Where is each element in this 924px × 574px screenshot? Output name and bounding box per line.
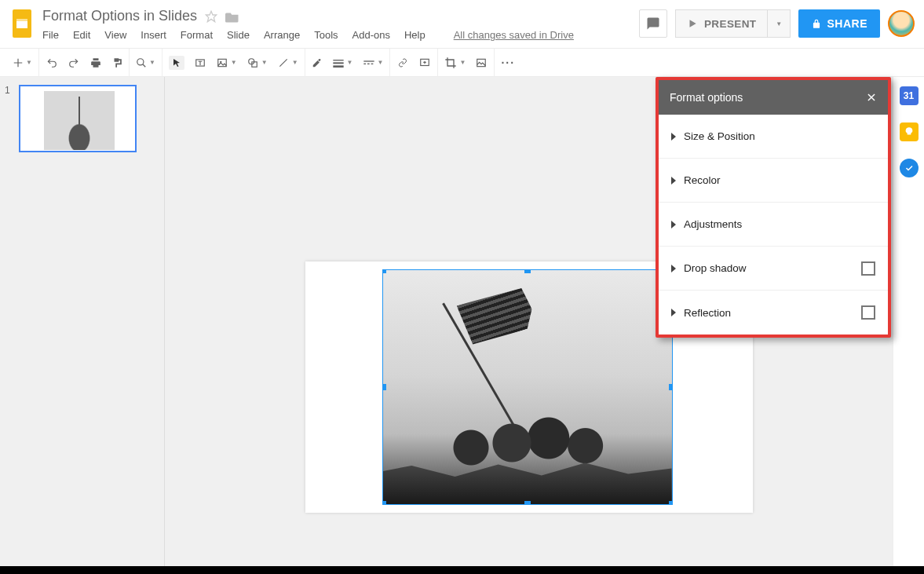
paint-format-button[interactable] bbox=[111, 57, 122, 69]
present-label: PRESENT bbox=[704, 18, 757, 30]
zoom-button[interactable]: ▼ bbox=[136, 57, 155, 68]
thumbnail-preview-icon bbox=[44, 91, 115, 150]
expand-icon bbox=[671, 177, 676, 185]
toolbar: ▼ ▼ bbox=[0, 49, 924, 77]
menu-arrange[interactable]: Arrange bbox=[264, 29, 300, 41]
slide-thumb-1[interactable]: 1 bbox=[5, 85, 159, 152]
menu-edit[interactable]: Edit bbox=[73, 29, 90, 41]
flag-shape bbox=[456, 283, 537, 347]
share-label: SHARE bbox=[827, 17, 867, 30]
svg-rect-2 bbox=[16, 19, 27, 21]
share-button[interactable]: SHARE bbox=[798, 9, 880, 38]
panel-label: Recolor bbox=[684, 174, 721, 186]
undo-button[interactable] bbox=[46, 57, 58, 68]
close-icon[interactable] bbox=[866, 92, 877, 103]
line-tool[interactable]: ▼ bbox=[277, 57, 298, 68]
panel-item-size-position[interactable]: Size & Position bbox=[659, 115, 888, 159]
svg-rect-11 bbox=[252, 61, 257, 66]
app-root: Format Options in Slides File Edit View … bbox=[0, 0, 924, 566]
panel-label: Adjustments bbox=[684, 218, 742, 230]
crop-button[interactable]: ▼ bbox=[444, 57, 466, 69]
more-button[interactable]: ··· bbox=[501, 57, 515, 69]
redo-button[interactable] bbox=[68, 57, 80, 68]
svg-rect-19 bbox=[371, 63, 373, 64]
present-button-group: PRESENT ▼ bbox=[675, 9, 791, 38]
expand-icon bbox=[671, 221, 676, 229]
handle-w[interactable] bbox=[382, 384, 386, 390]
filmstrip: 1 bbox=[0, 77, 165, 566]
panel-label: Drop shadow bbox=[684, 262, 747, 274]
border-weight-button[interactable]: ▼ bbox=[332, 58, 353, 68]
menu-slide[interactable]: Slide bbox=[227, 29, 250, 41]
menu-tools[interactable]: Tools bbox=[314, 29, 338, 41]
reset-image-button[interactable] bbox=[475, 57, 488, 68]
new-slide-button[interactable]: ▼ bbox=[13, 57, 32, 68]
title-area: Format Options in Slides File Edit View … bbox=[42, 5, 574, 41]
menu-view[interactable]: View bbox=[104, 29, 126, 41]
folder-icon[interactable] bbox=[225, 10, 239, 23]
panel-label: Reflection bbox=[684, 307, 731, 319]
shape-tool[interactable]: ▼ bbox=[247, 57, 268, 68]
panel-item-drop-shadow[interactable]: Drop shadow bbox=[659, 247, 888, 291]
add-comment-button[interactable] bbox=[418, 57, 431, 68]
border-dash-button[interactable]: ▼ bbox=[363, 59, 384, 67]
tasks-icon[interactable] bbox=[900, 159, 919, 177]
print-button[interactable] bbox=[89, 57, 102, 68]
panel-item-recolor[interactable]: Recolor bbox=[659, 159, 888, 203]
handle-n[interactable] bbox=[524, 269, 531, 273]
textbox-tool[interactable] bbox=[194, 57, 206, 68]
menubar: File Edit View Insert Format Slide Arran… bbox=[42, 29, 574, 41]
expand-icon bbox=[671, 133, 676, 141]
panel-item-reflection[interactable]: Reflection bbox=[659, 291, 888, 335]
border-color-button[interactable] bbox=[312, 57, 323, 69]
svg-rect-16 bbox=[363, 60, 374, 61]
menu-addons[interactable]: Add-ons bbox=[352, 29, 390, 41]
svg-rect-13 bbox=[333, 60, 343, 60]
doc-title[interactable]: Format Options in Slides bbox=[42, 8, 197, 24]
header: Format Options in Slides File Edit View … bbox=[0, 0, 924, 49]
svg-line-12 bbox=[279, 59, 287, 66]
svg-point-5 bbox=[137, 58, 144, 64]
app-logo-icon[interactable] bbox=[6, 5, 38, 42]
svg-rect-8 bbox=[218, 59, 227, 66]
svg-line-6 bbox=[143, 64, 146, 67]
keep-icon[interactable] bbox=[900, 122, 919, 141]
menu-file[interactable]: File bbox=[42, 29, 59, 41]
star-icon[interactable] bbox=[205, 10, 217, 23]
handle-se[interactable] bbox=[669, 501, 673, 505]
handle-nw[interactable] bbox=[382, 269, 386, 273]
slide-number: 1 bbox=[5, 85, 14, 152]
panel-item-adjustments[interactable]: Adjustments bbox=[659, 203, 888, 247]
right-rail: 31 bbox=[893, 77, 924, 566]
svg-rect-17 bbox=[363, 63, 366, 64]
header-right: PRESENT ▼ SHARE bbox=[639, 5, 915, 38]
account-avatar[interactable] bbox=[888, 10, 915, 37]
format-options-panel: Format options Size & Position Recolor A… bbox=[656, 77, 891, 338]
expand-icon bbox=[671, 309, 676, 316]
image-tool[interactable]: ▼ bbox=[216, 57, 237, 68]
save-status[interactable]: All changes saved in Drive bbox=[454, 29, 574, 41]
menu-help[interactable]: Help bbox=[404, 29, 425, 41]
svg-marker-4 bbox=[689, 20, 696, 27]
svg-marker-3 bbox=[206, 11, 216, 21]
drop-shadow-checkbox[interactable] bbox=[861, 261, 875, 276]
handle-e[interactable] bbox=[669, 384, 673, 390]
svg-rect-14 bbox=[333, 62, 343, 64]
panel-label: Size & Position bbox=[684, 130, 755, 142]
expand-icon bbox=[671, 265, 676, 272]
svg-rect-18 bbox=[367, 63, 370, 64]
calendar-date: 31 bbox=[904, 90, 914, 101]
select-tool[interactable] bbox=[169, 56, 184, 70]
comments-button[interactable] bbox=[639, 9, 667, 38]
reflection-checkbox[interactable] bbox=[861, 305, 875, 320]
panel-header: Format options bbox=[659, 80, 888, 115]
present-dropdown[interactable]: ▼ bbox=[768, 9, 791, 38]
calendar-icon[interactable]: 31 bbox=[900, 86, 919, 105]
handle-sw[interactable] bbox=[382, 501, 386, 505]
menu-format[interactable]: Format bbox=[181, 29, 213, 41]
present-button[interactable]: PRESENT bbox=[675, 9, 769, 38]
handle-s[interactable] bbox=[524, 501, 531, 505]
selected-image[interactable] bbox=[382, 269, 673, 505]
link-button[interactable] bbox=[396, 58, 409, 68]
menu-insert[interactable]: Insert bbox=[141, 29, 166, 41]
